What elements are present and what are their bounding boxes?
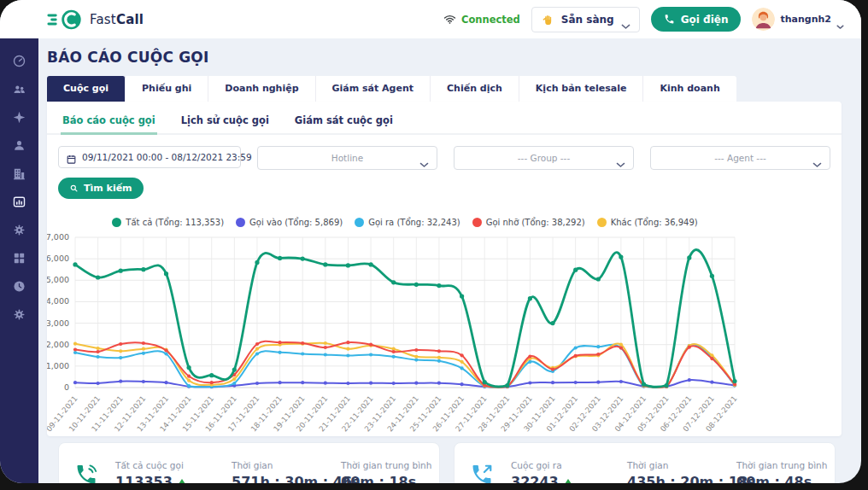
tab-chien-dich[interactable]: Chiến dịch <box>431 76 519 102</box>
sidebar-item-grid-7[interactable] <box>12 251 26 265</box>
agent-select[interactable]: --- Agent --- <box>650 146 830 170</box>
building-icon <box>12 166 26 181</box>
stat-total-label: Tất cả cuộc gọi <box>115 460 232 470</box>
subtab-bao-cao-cuoc-goi[interactable]: Báo cáo cuộc gọi <box>61 107 157 135</box>
svg-text:5,000: 5,000 <box>47 275 69 284</box>
clock-icon <box>12 279 26 294</box>
hotline-select[interactable]: Hotline <box>257 146 437 170</box>
svg-text:0: 0 <box>64 382 69 392</box>
call-button-label: Gọi điện <box>681 14 729 26</box>
waving-hand-icon <box>541 13 554 26</box>
legend-item-khac[interactable]: Khác (Tổng: 36,949) <box>597 218 698 227</box>
search-button[interactable]: Tìm kiếm <box>58 178 144 199</box>
calendar-icon <box>66 152 77 163</box>
date-range-input[interactable]: 09/11/2021 00:00 - 08/12/2021 23:59 × <box>58 146 241 168</box>
chevron-down-icon <box>812 155 822 160</box>
agent-status-dropdown[interactable]: Sẵn sàng <box>531 7 640 32</box>
sidebar-item-gauge-0[interactable] <box>12 54 26 68</box>
sidebar <box>0 38 38 483</box>
gear-icon <box>12 223 26 237</box>
stat-average-value: 00m : 48s <box>736 474 827 484</box>
user-menu[interactable]: thangnh2 <box>752 8 844 31</box>
chevron-down-icon <box>419 155 429 160</box>
sidebar-item-users-1[interactable] <box>12 82 26 96</box>
tab-kinh-doanh[interactable]: Kinh doanh <box>643 76 736 102</box>
stat-average: Thời gian trung bình00m : 18s <box>341 460 431 484</box>
stat-card-tat-ca-cuoc-goi: Tất cả cuộc gọi113353Thời gian571h : 30m… <box>58 442 440 483</box>
phone-outgoing-icon <box>470 463 494 483</box>
username-label: thangnh2 <box>780 14 831 25</box>
main-content: BÁO CÁO CUỘC GỌI Cuộc gọiPhiếu ghiDoanh … <box>38 38 861 483</box>
phone-ringing-icon <box>74 463 98 483</box>
person-icon <box>12 138 26 153</box>
subtab-giam-sat-cuoc-goi[interactable]: Giám sát cuộc gọi <box>293 107 395 135</box>
legend-label: Gọi nhỡ (Tổng: 38,292) <box>486 218 585 227</box>
sidebar-item-clock-8[interactable] <box>12 279 26 294</box>
group-select-value: --- Group --- <box>518 153 570 163</box>
series-line-goi-vao <box>75 380 735 388</box>
svg-text:6,000: 6,000 <box>47 254 69 263</box>
brand-text: FastCall <box>90 12 144 27</box>
page-title: BÁO CÁO CUỘC GỌI <box>47 49 209 66</box>
chevron-down-icon <box>836 17 844 22</box>
stat-cards: Tất cả cuộc gọi113353Thời gian571h : 30m… <box>58 442 836 483</box>
legend-item-goi-ra[interactable]: Gọi ra (Tổng: 32,243) <box>355 218 460 227</box>
sidebar-item-person-3[interactable] <box>12 138 26 153</box>
stat-total: Tất cả cuộc gọi113353 <box>115 460 232 484</box>
hotline-select-value: Hotline <box>331 153 363 163</box>
tab-cuoc-goi[interactable]: Cuộc gọi <box>47 76 126 102</box>
legend-label: Khác (Tổng: 36,949) <box>611 218 698 227</box>
tab-bar: Cuộc gọiPhiếu ghiDoanh nghiệpGiám sát Ag… <box>47 76 736 102</box>
search-row: Tìm kiếm <box>58 178 830 199</box>
stat-total-value: 113353 <box>115 474 232 484</box>
tab-phieu-ghi[interactable]: Phiếu ghi <box>126 76 208 102</box>
stat-duration-label: Thời gian <box>627 460 736 470</box>
group-select[interactable]: --- Group --- <box>454 146 634 170</box>
sidebar-item-gear-9[interactable] <box>12 307 26 322</box>
gear-icon <box>12 307 26 322</box>
legend-label: Tất cả (Tổng: 113,353) <box>126 218 224 227</box>
svg-text:7,000: 7,000 <box>47 232 69 242</box>
svg-text:2,000: 2,000 <box>47 340 69 349</box>
stat-card-cuoc-goi-ra: Cuộc gọi ra32243Thời gian435h : 20m : 18… <box>454 442 836 483</box>
trend-up-icon <box>565 479 572 483</box>
stat-total-label: Cuộc gọi ra <box>511 460 627 470</box>
stat-duration-label: Thời gian <box>232 460 341 470</box>
stat-total: Cuộc gọi ra32243 <box>511 460 627 484</box>
sidebar-item-four-point-star-2[interactable] <box>12 110 26 125</box>
legend-item-goi-vao[interactable]: Gọi vào (Tổng: 5,869) <box>236 218 343 227</box>
sidebar-item-building-4[interactable] <box>12 166 26 181</box>
legend-dot-icon <box>236 218 245 227</box>
grid-icon <box>12 251 26 265</box>
svg-text:1,000: 1,000 <box>47 361 69 370</box>
tab-kich-ban-telesale[interactable]: Kịch bản telesale <box>519 76 644 102</box>
call-button[interactable]: Gọi điện <box>651 7 742 32</box>
tab-giam-sat-agent[interactable]: Giám sát Agent <box>316 76 431 102</box>
legend-item-goi-nho[interactable]: Gọi nhỡ (Tổng: 38,292) <box>472 218 585 227</box>
legend-item-tat-ca[interactable]: Tất cả (Tổng: 113,353) <box>112 218 224 227</box>
connection-status: Connected <box>443 13 520 26</box>
legend-dot-icon <box>112 218 121 227</box>
trend-up-icon <box>179 479 185 483</box>
stat-average-label: Thời gian trung bình <box>341 460 431 470</box>
sidebar-item-bar-chart-5[interactable] <box>12 195 26 209</box>
report-panel: Báo cáo cuộc gọiLịch sử cuộc gọiGiám sát… <box>47 102 842 436</box>
subtab-lich-su-cuoc-goi[interactable]: Lịch sử cuộc gọi <box>179 107 271 135</box>
wifi-icon <box>443 13 456 26</box>
stat-duration-value: 435h : 20m : 18s <box>627 474 736 484</box>
app-window: FastCall Connected <box>0 0 861 483</box>
chart-legend: Tất cả (Tổng: 113,353)Gọi vào (Tổng: 5,8… <box>75 218 735 227</box>
agent-select-value: --- Agent --- <box>714 153 766 163</box>
search-icon <box>69 184 79 193</box>
stat-duration: Thời gian435h : 20m : 18s <box>627 460 736 484</box>
sidebar-item-gear-6[interactable] <box>12 223 26 237</box>
chart-block: Tất cả (Tổng: 113,353)Gọi vào (Tổng: 5,8… <box>47 218 842 439</box>
stat-duration-value: 571h : 30m : 46s <box>232 474 341 484</box>
stat-average: Thời gian trung bình00m : 48s <box>736 460 827 484</box>
users-icon <box>12 82 26 96</box>
connection-status-label: Connected <box>461 14 520 26</box>
tab-doanh-nghiep[interactable]: Doanh nghiệp <box>208 76 315 102</box>
fastcall-logo-icon <box>46 8 84 32</box>
search-button-label: Tìm kiếm <box>84 183 132 194</box>
legend-dot-icon <box>355 218 364 227</box>
